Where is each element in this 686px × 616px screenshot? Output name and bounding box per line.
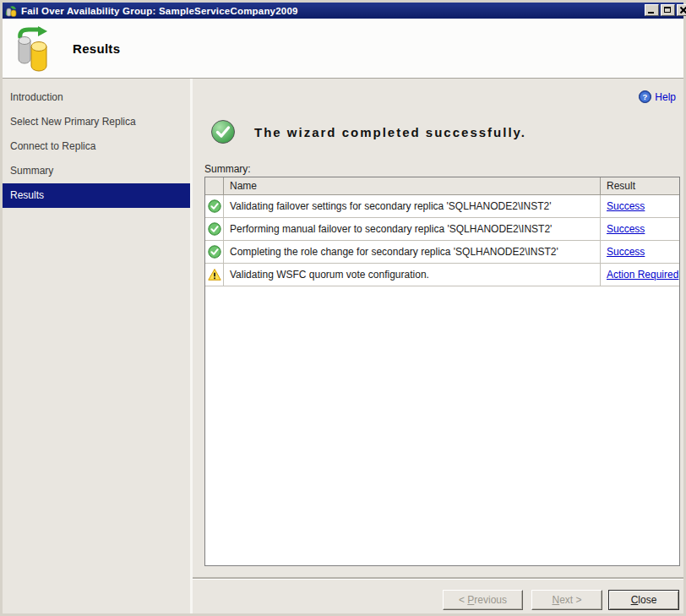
column-header-icon: [205, 177, 223, 194]
result-link[interactable]: Success: [607, 223, 645, 235]
sidebar-item-connect-to-replica[interactable]: Connect to Replica: [3, 134, 190, 159]
help-label: Help: [655, 91, 676, 103]
table-header-row: Name Result: [205, 177, 679, 195]
result-link[interactable]: Action Required: [607, 269, 678, 281]
success-icon: [208, 222, 221, 236]
success-icon: [210, 119, 236, 144]
sidebar-item-summary[interactable]: Summary: [3, 159, 190, 183]
page-title: Results: [73, 41, 120, 56]
task-name: Performing manual failover to secondary …: [223, 218, 600, 240]
table-row: Validating WSFC quorum vote configuratio…: [205, 264, 679, 286]
svg-text:?: ?: [643, 92, 648, 101]
table-row: Completing the role change for secondary…: [205, 241, 679, 264]
table-row: Validating failover settings for seconda…: [205, 195, 679, 218]
close-icon[interactable]: [677, 4, 686, 16]
failover-databases-icon: [14, 26, 54, 72]
minimize-icon[interactable]: [645, 4, 659, 16]
summary-table: Name Result Validating failover settings…: [204, 177, 680, 566]
warning-icon: [208, 268, 221, 281]
task-name: Completing the role change for secondary…: [223, 241, 600, 263]
result-link[interactable]: Success: [607, 246, 645, 258]
maximize-icon[interactable]: [661, 4, 675, 16]
wizard-header: Results: [3, 19, 683, 78]
table-empty-area: [205, 286, 679, 565]
summary-label: Summary:: [204, 163, 251, 175]
column-header-name: Name: [223, 177, 600, 194]
previous-button[interactable]: < Previous: [443, 590, 523, 610]
title-bar: Fail Over Availability Group: SampleServ…: [3, 3, 683, 19]
results-page: ? Help The wizard completed successfully…: [193, 79, 683, 613]
availability-group-icon: [5, 4, 18, 17]
table-row: Performing manual failover to secondary …: [205, 218, 679, 241]
window-controls: [645, 4, 686, 16]
wizard-window: Fail Over Availability Group: SampleServ…: [0, 0, 686, 616]
status-message: The wizard completed successfully.: [254, 125, 526, 139]
next-button[interactable]: Next >: [531, 590, 602, 610]
footer-divider: [193, 577, 683, 580]
sidebar-item-results[interactable]: Results: [3, 183, 190, 208]
task-name: Validating failover settings for seconda…: [223, 195, 600, 217]
task-name: Validating WSFC quorum vote configuratio…: [223, 264, 600, 286]
help-icon: ?: [639, 90, 651, 103]
window-title: Fail Over Availability Group: SampleServ…: [21, 6, 683, 16]
success-icon: [208, 199, 221, 213]
sidebar-item-select-new-primary-replica[interactable]: Select New Primary Replica: [3, 110, 190, 134]
help-link[interactable]: ? Help: [639, 90, 676, 103]
close-button[interactable]: Close: [608, 590, 679, 610]
result-link[interactable]: Success: [607, 200, 645, 212]
sidebar-item-introduction[interactable]: Introduction: [3, 85, 190, 110]
success-icon: [208, 245, 221, 259]
wizard-navigation: < Previous Next > Close: [443, 590, 679, 610]
column-header-result: Result: [600, 177, 679, 194]
status-row: The wizard completed successfully.: [210, 119, 526, 144]
wizard-steps-sidebar: Introduction Select New Primary Replica …: [3, 79, 190, 613]
